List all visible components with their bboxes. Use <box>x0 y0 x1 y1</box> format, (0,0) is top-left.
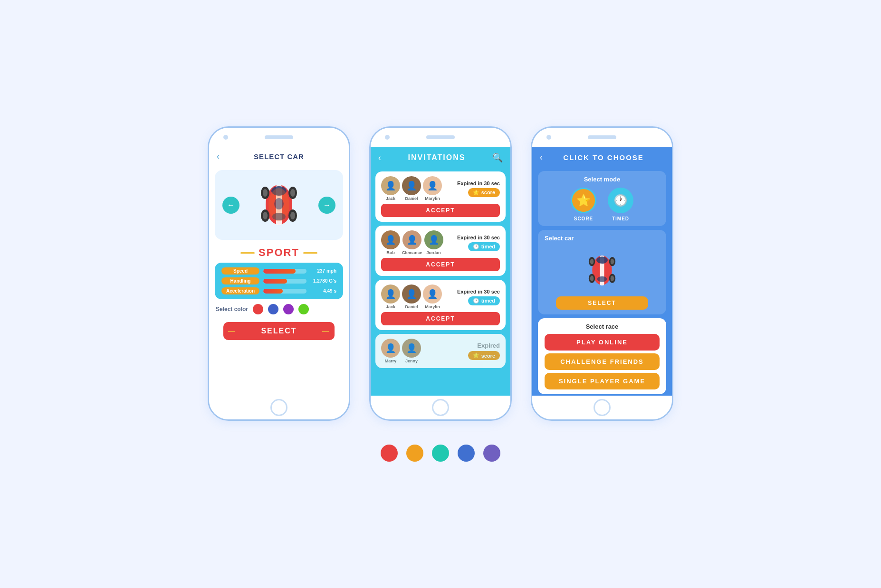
timed-mode-option[interactable]: 🕐 TIMED <box>608 188 633 221</box>
avatar-jack-image: 👤 <box>381 176 400 195</box>
avatar-marry: 👤 Marry <box>381 339 400 363</box>
phone1-select-button[interactable]: SELECT <box>223 322 335 340</box>
invitation-4-expired-text: Expired <box>477 342 500 349</box>
single-player-button[interactable]: SINGLE PLAYER GAME <box>545 373 660 389</box>
bottom-dot-red[interactable] <box>381 445 398 462</box>
phone2-home-button[interactable] <box>432 399 449 416</box>
invitation-4-mode-badge: ⭐ score <box>468 351 500 360</box>
stat-acceleration-bar <box>263 289 283 294</box>
phone3-screen: ‹ CLICK TO CHOOSE Select mode ⭐ SCORE 🕐 … <box>532 147 672 396</box>
score-mode-option[interactable]: ⭐ SCORE <box>571 188 596 221</box>
svg-point-21 <box>611 259 614 265</box>
phones-container: ‹ SELECT CAR ← <box>208 126 673 421</box>
car-name-row: SPORT <box>209 244 349 263</box>
score-mode-label: SCORE <box>574 216 594 221</box>
play-online-button[interactable]: PLAY ONLINE <box>545 334 660 351</box>
avatar-jenny-name: Jenny <box>405 359 418 363</box>
color-dot-purple[interactable] <box>283 304 294 314</box>
mode-section-title: Select mode <box>545 176 660 183</box>
avatar-daniel-2-image: 👤 <box>402 285 421 303</box>
invitation-3-expired-text: Expired in 30 sec <box>457 289 500 294</box>
phone1-home-button[interactable] <box>270 399 287 416</box>
invitation-1-info: Expired in 30 sec ⭐ score <box>457 180 500 197</box>
phone3-home-button[interactable] <box>594 399 611 416</box>
stat-acceleration-bar-container <box>263 289 306 294</box>
phone3-camera <box>546 135 551 140</box>
phone1-speaker <box>265 135 293 139</box>
color-dot-blue[interactable] <box>268 304 278 314</box>
invitation-4-info: Expired ⭐ score <box>468 342 500 360</box>
avatar-jack-name: Jack <box>386 196 395 201</box>
svg-point-25 <box>611 275 614 281</box>
bottom-dot-purple[interactable] <box>483 445 500 462</box>
phone1-back-button[interactable]: ‹ <box>217 152 220 161</box>
phone1-screen: ‹ SELECT CAR ← <box>209 147 349 396</box>
phone1-title: SELECT CAR <box>254 152 304 161</box>
svg-point-8 <box>290 189 295 197</box>
invitation-2-mode-badge: 🕐 timed <box>468 242 500 251</box>
invitation-2-accept-button[interactable]: ACCEPT <box>381 258 500 271</box>
phone3-title: CLICK TO CHOOSE <box>543 153 664 161</box>
phone1-top-bar <box>209 128 349 147</box>
invitation-1-accept-button[interactable]: ACCEPT <box>381 204 500 217</box>
bottom-color-dots <box>381 445 500 462</box>
phone-click-to-choose: ‹ CLICK TO CHOOSE Select mode ⭐ SCORE 🕐 … <box>531 126 673 421</box>
invitation-1-expired-text: Expired in 30 sec <box>457 180 500 186</box>
invitation-4-avatars: 👤 Marry 👤 Jenny <box>381 339 421 363</box>
svg-point-13 <box>274 198 284 209</box>
phone2-back-button[interactable]: ‹ <box>378 153 381 163</box>
avatar-jordan-image: 👤 <box>424 230 443 249</box>
stat-handling-label: Handling <box>221 277 259 285</box>
avatar-clemance-image: 👤 <box>402 230 421 249</box>
avatar-marylin-2-name: Marylin <box>425 304 440 309</box>
timed-mode-icon: 🕐 <box>608 188 633 213</box>
avatar-daniel-name: Daniel <box>405 196 418 201</box>
bottom-dot-yellow[interactable] <box>406 445 423 462</box>
svg-point-6 <box>263 189 268 197</box>
mode-options: ⭐ SCORE 🕐 TIMED <box>545 188 660 221</box>
stat-acceleration: Acceleration 4.49 s <box>221 287 336 294</box>
select-car-button[interactable]: SELECT <box>556 296 648 310</box>
score-mode-icon: ⭐ <box>571 188 596 213</box>
svg-point-16 <box>596 256 608 264</box>
avatar-clemance-name: Clemance <box>402 250 422 255</box>
phone2-speaker <box>426 135 455 139</box>
svg-point-12 <box>290 212 295 219</box>
phone3-body: Select mode ⭐ SCORE 🕐 TIMED Sel <box>532 168 672 396</box>
stat-handling: Handling 1.2780 G's <box>221 277 336 285</box>
invitation-1-top: 👤 Jack 👤 Daniel 👤 Marylin <box>381 176 500 201</box>
invitation-1-avatars: 👤 Jack 👤 Daniel 👤 Marylin <box>381 176 442 201</box>
stat-speed-bar-container <box>263 269 306 274</box>
challenge-friends-button[interactable]: CHALLENGE FRIENDS <box>545 353 660 370</box>
car-name-dash-left <box>240 252 255 254</box>
avatar-jack-2: 👤 Jack <box>381 285 400 309</box>
invitation-3-accept-button[interactable]: ACCEPT <box>381 312 500 325</box>
invitation-card-4: 👤 Marry 👤 Jenny Expired ⭐ score <box>375 334 506 368</box>
car-select-svg <box>585 250 619 291</box>
avatar-jack-2-name: Jack <box>386 304 395 309</box>
invitations-list: 👤 Jack 👤 Daniel 👤 Marylin <box>371 169 510 396</box>
svg-point-17 <box>597 276 607 282</box>
bottom-dot-blue[interactable] <box>458 445 475 462</box>
carousel-prev-button[interactable]: ← <box>222 197 239 214</box>
invitation-3-top: 👤 Jack 👤 Daniel 👤 Marylin <box>381 285 500 309</box>
invitation-card-3: 👤 Jack 👤 Daniel 👤 Marylin <box>375 280 506 330</box>
phone2-screen: ‹ INVITATIONS 🔍 👤 Jack 👤 <box>371 147 510 396</box>
phone1-header: ‹ SELECT CAR <box>209 147 349 166</box>
carousel-next-button[interactable]: → <box>318 197 335 214</box>
car-section-title: Select car <box>545 235 574 242</box>
avatar-jordan: 👤 Jordan <box>424 230 443 255</box>
invitation-card-2: 👤 Bob 👤 Clemance 👤 Jordan <box>375 226 506 276</box>
invitation-1-mode-badge: ⭐ score <box>468 188 500 197</box>
svg-point-19 <box>590 259 594 265</box>
phone2-top-bar <box>371 128 510 147</box>
phone2-search-button[interactable]: 🔍 <box>492 152 503 163</box>
car-image <box>239 178 318 232</box>
avatar-marylin-2: 👤 Marylin <box>423 285 442 309</box>
color-dot-red[interactable] <box>253 304 263 314</box>
car-name: SPORT <box>259 247 299 259</box>
bottom-dot-teal[interactable] <box>432 445 449 462</box>
color-dot-green[interactable] <box>298 304 309 314</box>
phone2-header: ‹ INVITATIONS 🔍 <box>371 147 510 169</box>
avatar-marylin: 👤 Marylin <box>423 176 442 201</box>
